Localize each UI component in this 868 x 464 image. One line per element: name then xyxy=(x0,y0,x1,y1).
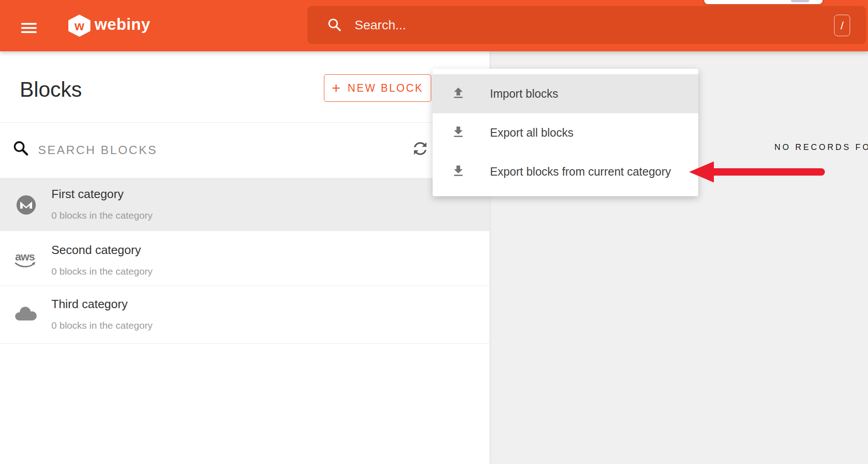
aws-icon: aws xyxy=(13,249,38,271)
webiny-hexagon-icon: w xyxy=(67,30,92,38)
menu-item-label: Export all blocks xyxy=(490,126,573,139)
refresh-button[interactable] xyxy=(411,139,430,158)
svg-text:aws: aws xyxy=(15,250,35,263)
menu-item-import-blocks[interactable]: Import blocks xyxy=(433,74,698,113)
menu-item-export-all-blocks[interactable]: Export all blocks xyxy=(433,113,698,152)
category-title: Second category xyxy=(51,243,141,257)
app-bar: w webiny Search... / xyxy=(0,0,868,51)
category-title: First category xyxy=(51,187,124,201)
category-row-third[interactable]: Third category 0 blocks in the category xyxy=(0,286,490,344)
category-subtitle: 0 blocks in the category xyxy=(51,320,153,331)
webiny-admin-screen: w webiny Search... / NO RECORDS FOU Bloc… xyxy=(0,0,868,464)
logo-wordmark: webiny xyxy=(95,15,150,33)
cloudflare-icon xyxy=(13,305,39,323)
page-title: Blocks xyxy=(20,77,82,102)
svg-text:w: w xyxy=(74,19,84,33)
menu-item-export-blocks-current-category[interactable]: Export blocks from current category xyxy=(433,152,698,191)
empty-state-text: NO RECORDS FOU xyxy=(774,143,868,152)
category-subtitle: 0 blocks in the category xyxy=(51,266,153,277)
cutoff-tooltip xyxy=(704,0,823,4)
download-icon xyxy=(449,164,467,180)
refresh-icon xyxy=(411,152,430,160)
search-icon xyxy=(327,17,342,34)
hamburger-menu-icon[interactable] xyxy=(21,23,37,33)
plus-icon: + xyxy=(332,81,340,95)
divider xyxy=(0,122,490,123)
menu-item-label: Import blocks xyxy=(490,87,558,100)
global-search-input[interactable]: Search... / xyxy=(307,6,866,44)
monero-icon xyxy=(17,195,36,216)
upload-icon xyxy=(449,86,467,102)
import-export-menu: Import blocks Export all blocks Export b… xyxy=(433,69,698,196)
tooltip-kbd-badge xyxy=(791,0,809,2)
menu-item-label: Export blocks from current category xyxy=(490,165,671,178)
category-row-second[interactable]: aws Second category 0 blocks in the cate… xyxy=(0,231,490,286)
webiny-logo[interactable]: w webiny xyxy=(67,15,159,37)
global-search-placeholder: Search... xyxy=(355,6,406,44)
download-icon xyxy=(449,125,467,141)
annotation-arrow-icon xyxy=(689,161,828,184)
search-blocks-icon xyxy=(12,139,29,159)
slash-shortcut-badge: / xyxy=(834,15,850,36)
category-title: Third category xyxy=(51,297,128,311)
new-block-button[interactable]: + NEW BLOCK xyxy=(324,74,431,102)
category-subtitle: 0 blocks in the category xyxy=(51,210,153,221)
new-block-label: NEW BLOCK xyxy=(348,82,423,94)
search-blocks-input[interactable]: SEARCH BLOCKS xyxy=(38,143,157,157)
category-row-first[interactable]: First category 0 blocks in the category xyxy=(0,178,490,231)
